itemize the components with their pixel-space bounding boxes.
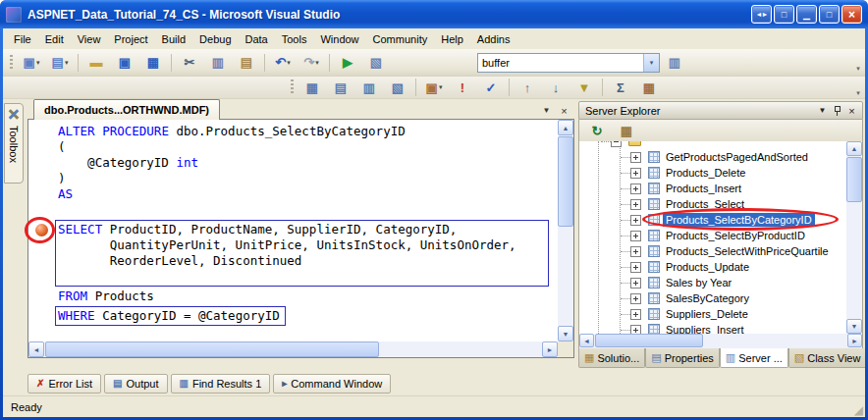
menu-item-data[interactable]: Data	[239, 30, 275, 48]
menu-item-tools[interactable]: Tools	[275, 30, 314, 48]
scroll-left-icon[interactable]: ◄	[28, 341, 44, 357]
tree-item-parent[interactable]	[579, 141, 846, 149]
tree-item[interactable]: Products_Select	[579, 196, 846, 212]
find-symbol-icon[interactable]: ▥	[661, 51, 688, 75]
tab-server-explorer[interactable]: ▥Server ...	[720, 348, 788, 368]
menu-item-help[interactable]: Help	[434, 30, 470, 48]
paste-icon[interactable]: ▤	[233, 51, 260, 75]
new-project-icon[interactable]: ▣▾	[18, 51, 45, 75]
document-tab[interactable]: dbo.Products...ORTHWND.MDF)	[33, 99, 220, 120]
execute-sql-icon[interactable]: !	[449, 76, 476, 99]
tree-item[interactable]: Products_Delete	[579, 165, 846, 181]
copy-icon[interactable]: ▥	[204, 51, 232, 75]
show-sql-pane-icon[interactable]: ▥	[355, 76, 383, 99]
redo-icon[interactable]: ↷▾	[298, 51, 325, 75]
expand-icon[interactable]	[630, 168, 641, 179]
dock-left-right-button[interactable]: ◄►	[751, 5, 772, 24]
close-document-icon[interactable]: ×	[557, 103, 571, 118]
tab-error-list[interactable]: ✗Error List	[27, 374, 101, 394]
save-all-icon[interactable]: ▦	[139, 51, 167, 75]
expand-icon[interactable]	[630, 293, 641, 304]
expand-icon[interactable]	[630, 309, 641, 320]
scroll-down-icon[interactable]: ▼	[558, 326, 573, 341]
sort-descending-icon[interactable]: ↓	[542, 76, 570, 99]
minimize-button[interactable]: ▁	[796, 5, 817, 24]
toolbar-options-icon[interactable]: ▾	[853, 76, 863, 99]
use-group-by-icon[interactable]: Σ	[607, 76, 634, 99]
restore-button[interactable]: □	[774, 5, 794, 24]
expand-icon[interactable]	[630, 215, 641, 226]
menu-item-view[interactable]: View	[71, 30, 108, 48]
start-debug-icon[interactable]: ▶	[334, 51, 361, 75]
scrollbar-thumb[interactable]	[558, 136, 573, 227]
change-type-icon[interactable]: ▣▾	[420, 76, 448, 99]
breakpoint-icon[interactable]	[35, 224, 48, 236]
editor-vertical-scrollbar[interactable]: ▲ ▼	[558, 120, 573, 341]
verify-sql-icon[interactable]: ✓	[477, 76, 505, 99]
toolbox-tab[interactable]: Toolbox	[4, 103, 24, 184]
maximize-button[interactable]: □	[819, 5, 840, 24]
scrollbar-thumb[interactable]	[595, 334, 703, 347]
menu-item-community[interactable]: Community	[366, 30, 435, 48]
tree-vertical-scrollbar[interactable]: ▲ ▼	[846, 141, 862, 334]
toolbar-grip[interactable]	[291, 79, 294, 95]
menu-item-window[interactable]: Window	[313, 30, 365, 48]
tree-item[interactable]: Products_SelectByCategoryID	[579, 212, 846, 228]
find-combo[interactable]: ▾	[477, 53, 660, 73]
save-icon[interactable]: ▣	[111, 51, 138, 75]
scroll-right-icon[interactable]: ►	[542, 341, 558, 357]
expand-icon[interactable]	[630, 278, 641, 289]
connect-database-icon[interactable]: ▦	[613, 119, 640, 142]
collapse-icon[interactable]	[611, 141, 622, 147]
scroll-down-icon[interactable]: ▼	[846, 319, 862, 334]
view-designer-icon[interactable]: ▧	[362, 51, 390, 75]
tree-item[interactable]: Products_Update	[579, 259, 846, 275]
tab-properties[interactable]: ▤Properties	[645, 348, 720, 368]
expand-icon[interactable]	[630, 152, 641, 163]
scrollbar-thumb[interactable]	[45, 341, 379, 357]
toolbar-options-icon[interactable]: ▾	[853, 51, 863, 75]
find-combo-input[interactable]	[478, 57, 643, 69]
show-diagram-pane-icon[interactable]: ▦	[298, 76, 326, 99]
tab-command-window[interactable]: ▸Command Window	[273, 374, 391, 394]
expand-icon[interactable]	[630, 325, 641, 334]
show-results-pane-icon[interactable]: ▧	[384, 76, 411, 99]
expand-icon[interactable]	[630, 184, 641, 194]
tab-class-view[interactable]: ▧Class View	[788, 348, 865, 368]
window-position-icon[interactable]: ▼	[815, 104, 830, 118]
menu-item-build[interactable]: Build	[155, 30, 192, 48]
remove-filter-icon[interactable]: ▼	[570, 76, 598, 99]
server-explorer-titlebar[interactable]: Server Explorer ▼×	[578, 101, 863, 120]
close-button[interactable]: ×	[841, 5, 862, 24]
cut-icon[interactable]: ✂	[176, 51, 203, 75]
title-bar[interactable]: ASPNET_Data_Tutorial_74_CS - Microsoft V…	[0, 0, 868, 28]
tree-item[interactable]: Suppliers_Insert	[579, 322, 846, 334]
scrollbar-thumb[interactable]	[846, 157, 862, 202]
refresh-icon[interactable]: ↻	[583, 119, 611, 142]
add-table-icon[interactable]: ▦	[635, 76, 663, 99]
show-criteria-pane-icon[interactable]: ▤	[327, 76, 354, 99]
tree-item[interactable]: Sales by Year	[579, 275, 846, 290]
combo-dropdown-icon[interactable]: ▾	[643, 54, 659, 72]
toolbar-grip[interactable]	[10, 55, 13, 71]
tree-item[interactable]: Products_Insert	[579, 181, 846, 196]
expand-icon[interactable]	[630, 231, 641, 241]
scroll-right-icon[interactable]: ►	[847, 334, 862, 347]
tree-item[interactable]: SalesByCategory	[579, 290, 846, 306]
tree-horizontal-scrollbar[interactable]: ◄ ►	[578, 334, 863, 348]
scroll-up-icon[interactable]: ▲	[558, 120, 573, 135]
resize-grip[interactable]: ◢	[854, 404, 863, 416]
sort-ascending-icon[interactable]: ↑	[514, 76, 541, 99]
expand-icon[interactable]	[630, 199, 641, 210]
tab-solution-explorer[interactable]: ▦Solutio...	[578, 348, 645, 368]
close-panel-icon[interactable]: ×	[844, 104, 859, 118]
editor-horizontal-scrollbar[interactable]: ◄ ►	[28, 341, 558, 357]
auto-hide-pin-icon[interactable]	[830, 104, 844, 118]
tab-output[interactable]: ▤Output	[104, 374, 167, 394]
scroll-left-icon[interactable]: ◄	[579, 334, 594, 347]
menu-item-edit[interactable]: Edit	[38, 30, 71, 48]
add-new-item-icon[interactable]: ▤▾	[46, 51, 74, 75]
code-editor[interactable]: ALTER PROCEDURE dbo.Products_SelectByCat…	[27, 119, 574, 358]
open-file-icon[interactable]: ▬	[82, 51, 110, 75]
expand-icon[interactable]	[630, 246, 641, 257]
